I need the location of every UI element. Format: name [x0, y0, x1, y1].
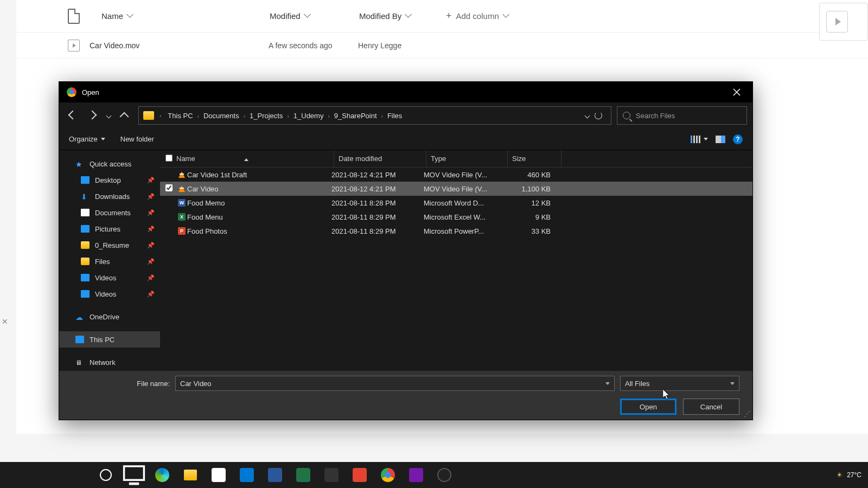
close-button[interactable]	[729, 84, 745, 100]
sidebar-item-desktop[interactable]: Desktop📌	[59, 172, 160, 188]
sidebar-onedrive[interactable]: OneDrive	[59, 309, 160, 325]
file-size: 1,100 KB	[505, 185, 555, 193]
file-type-select[interactable]: All Files	[620, 376, 739, 391]
back-button[interactable]	[65, 107, 82, 124]
search-icon	[100, 469, 112, 481]
sidebar-item-videos[interactable]: Videos📌	[59, 286, 160, 302]
taskbar-obs[interactable]	[432, 464, 457, 486]
file-row[interactable]: Car Video 1st Draft2021-08-12 4:21 PMMOV…	[160, 168, 752, 182]
search-input[interactable]: Search Files	[617, 106, 747, 125]
breadcrumb-segment[interactable]: This PC	[164, 110, 196, 122]
list-view-icon	[691, 136, 700, 143]
mail-icon	[240, 468, 254, 482]
sharepoint-file-row[interactable]: Car Video.mov A few seconds ago Henry Le…	[16, 33, 868, 59]
file-row[interactable]: WFood Memo2021-08-11 8:28 PMMicrosoft Wo…	[160, 196, 752, 210]
breadcrumb-bar[interactable]: › This PC›Documents›1_Projects›1_Udemy›9…	[138, 106, 611, 125]
breadcrumb-segment[interactable]: Documents	[200, 110, 242, 122]
forward-button[interactable]	[84, 107, 101, 124]
taskbar-excel[interactable]	[291, 464, 316, 486]
sidebar-item-documents[interactable]: Documents📌	[59, 204, 160, 221]
taskbar-explorer[interactable]	[178, 464, 203, 486]
pin-icon: 📌	[147, 193, 155, 200]
header-name[interactable]: Name	[176, 155, 334, 163]
sharepoint-column-header: Name Modified Modified By +Add column	[16, 0, 868, 33]
dialog-sidebar: Quick access Desktop📌Downloads📌Documents…	[59, 150, 160, 371]
file-name-input[interactable]: Car Video	[175, 376, 615, 391]
recent-dropdown[interactable]	[104, 107, 113, 124]
view-mode-button[interactable]	[691, 136, 708, 143]
preview-pane-button[interactable]	[716, 136, 725, 143]
file-row[interactable]: PFood Photos2021-08-11 8:29 PMMicrosoft …	[160, 224, 752, 238]
word-icon: W	[176, 199, 187, 207]
dialog-toolbar: Organize New folder ?	[59, 129, 752, 150]
file-list-area: Name Date modified Type Size Car Video 1…	[160, 150, 752, 371]
sidebar-quick-access[interactable]: Quick access	[59, 156, 160, 172]
arrow-back-icon	[69, 112, 77, 119]
header-type[interactable]: Type	[426, 150, 507, 167]
video-file-icon	[68, 40, 80, 52]
column-modified-by[interactable]: Modified By	[359, 11, 446, 21]
chevron-right-icon: ›	[158, 113, 162, 119]
taskbar-word[interactable]	[263, 464, 288, 486]
sidebar-this-pc[interactable]: This PC	[59, 331, 160, 348]
organize-button[interactable]: Organize	[69, 135, 105, 143]
file-row[interactable]: XFood Menu2021-08-11 8:29 PMMicrosoft Ex…	[160, 210, 752, 224]
file-row[interactable]: Car Video2021-08-12 4:21 PMMOV Video Fil…	[160, 182, 752, 196]
file-name: Car Video 1st Draft	[187, 171, 331, 179]
sidebar-item-label: 0_Resume	[95, 241, 129, 249]
caret-down-icon[interactable]	[585, 114, 589, 118]
caret-down-icon	[101, 138, 105, 140]
header-date[interactable]: Date modified	[334, 150, 426, 167]
taskbar-system-tray[interactable]: ☀ 27°C	[837, 471, 861, 479]
breadcrumb-segment[interactable]: 9_SharePoint	[331, 110, 380, 122]
sidebar-item-0-resume[interactable]: 0_Resume📌	[59, 237, 160, 253]
new-folder-button[interactable]: New folder	[120, 135, 154, 143]
column-modified[interactable]: Modified	[270, 11, 359, 21]
documents-icon	[81, 209, 90, 216]
taskbar-app[interactable]	[319, 464, 344, 486]
sidebar-item-downloads[interactable]: Downloads📌	[59, 188, 160, 204]
row-checkbox[interactable]	[160, 184, 176, 193]
taskbar-store[interactable]	[206, 464, 231, 486]
close-icon[interactable]: ✕	[0, 317, 10, 327]
file-size: 12 KB	[505, 199, 555, 207]
breadcrumb-segment[interactable]: 1_Projects	[246, 110, 286, 122]
sidebar-item-files[interactable]: Files📌	[59, 253, 160, 269]
pin-icon: 📌	[147, 274, 155, 281]
resize-grip[interactable]: ⋰	[744, 410, 750, 418]
sidebar-item-videos[interactable]: Videos📌	[59, 269, 160, 286]
pin-icon: 📌	[147, 291, 155, 298]
sidebar-item-label: Desktop	[95, 176, 121, 184]
sidebar-network[interactable]: Network	[59, 354, 160, 370]
taskbar-task-view[interactable]	[122, 464, 146, 486]
onenote-icon	[409, 468, 423, 482]
add-column-button[interactable]: +Add column	[446, 10, 510, 22]
taskbar-mail[interactable]	[234, 464, 259, 486]
cancel-button[interactable]: Cancel	[683, 399, 739, 415]
folder-icon	[81, 241, 90, 249]
select-all-checkbox[interactable]	[160, 155, 176, 163]
chevron-right-icon: ›	[380, 113, 384, 119]
breadcrumb-segment[interactable]: 1_Udemy	[290, 110, 327, 122]
taskbar-search[interactable]	[93, 464, 118, 486]
sidebar-item-pictures[interactable]: Pictures📌	[59, 221, 160, 237]
folder-icon	[143, 111, 154, 120]
taskbar-todoist[interactable]	[347, 464, 372, 486]
help-button[interactable]: ?	[733, 134, 743, 144]
open-button[interactable]: Open	[620, 399, 676, 415]
pictures-icon	[81, 225, 90, 233]
taskbar-edge[interactable]	[150, 464, 175, 486]
taskbar-chrome[interactable]	[375, 464, 400, 486]
taskbar-onenote[interactable]	[404, 464, 429, 486]
up-button[interactable]	[116, 107, 133, 124]
file-size: 33 KB	[505, 227, 555, 235]
refresh-icon[interactable]	[595, 112, 602, 119]
breadcrumb-segment[interactable]: Files	[384, 110, 405, 122]
svg-rect-1	[129, 483, 139, 485]
vlc-icon	[176, 185, 187, 192]
taskbar: ☀ 27°C	[0, 462, 868, 488]
file-name-label: File name:	[72, 380, 170, 388]
header-size[interactable]: Size	[507, 150, 561, 167]
chevron-right-icon: ›	[196, 113, 200, 119]
column-name[interactable]: Name	[101, 11, 270, 21]
